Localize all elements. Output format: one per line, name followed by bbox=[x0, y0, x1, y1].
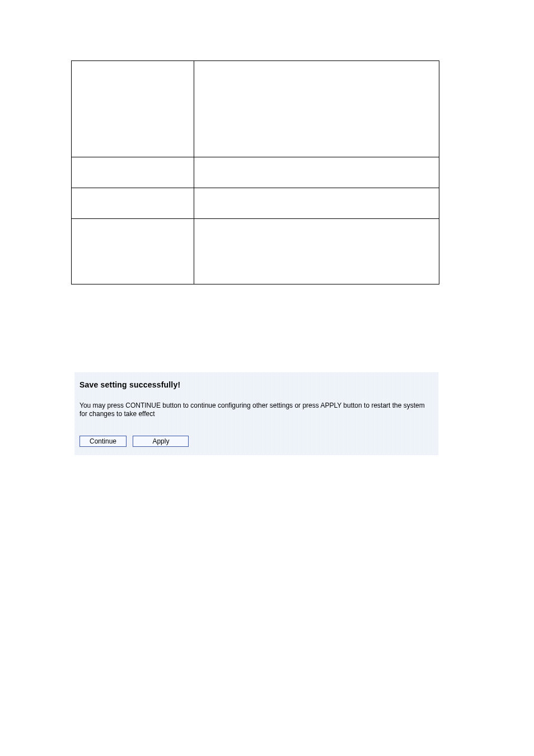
button-row: Continue Apply bbox=[79, 436, 189, 447]
table-row bbox=[72, 188, 439, 219]
apply-button[interactable]: Apply bbox=[133, 436, 189, 447]
table-row bbox=[72, 219, 439, 284]
desc-cell bbox=[194, 219, 439, 284]
desc-cell bbox=[194, 61, 439, 157]
continue-button[interactable]: Continue bbox=[79, 436, 127, 447]
param-cell bbox=[72, 188, 194, 219]
save-title: Save setting successfully! bbox=[79, 380, 180, 389]
param-cell bbox=[72, 157, 194, 188]
save-confirmation-panel: Save setting successfully! You may press… bbox=[74, 372, 438, 455]
page: Save setting successfully! You may press… bbox=[0, 0, 534, 756]
table-row bbox=[72, 157, 439, 188]
param-cell bbox=[72, 219, 194, 284]
desc-cell bbox=[194, 188, 439, 219]
table-row bbox=[72, 61, 439, 157]
save-description: You may press CONTINUE button to continu… bbox=[79, 402, 433, 418]
param-cell bbox=[72, 61, 194, 157]
parameters-table bbox=[71, 60, 439, 284]
desc-cell bbox=[194, 157, 439, 188]
